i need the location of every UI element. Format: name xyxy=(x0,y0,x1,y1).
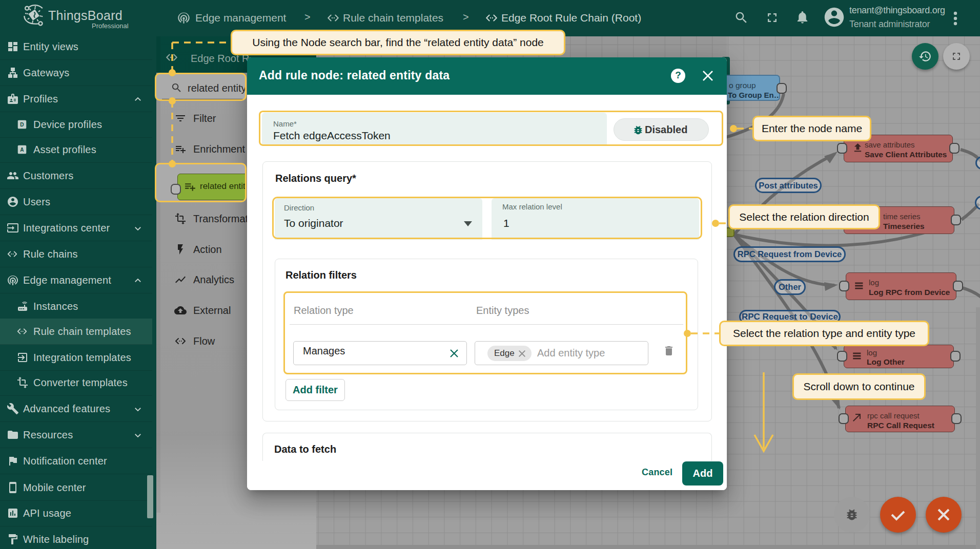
svg-text:A: A xyxy=(20,147,24,153)
svg-text:D: D xyxy=(20,122,24,128)
